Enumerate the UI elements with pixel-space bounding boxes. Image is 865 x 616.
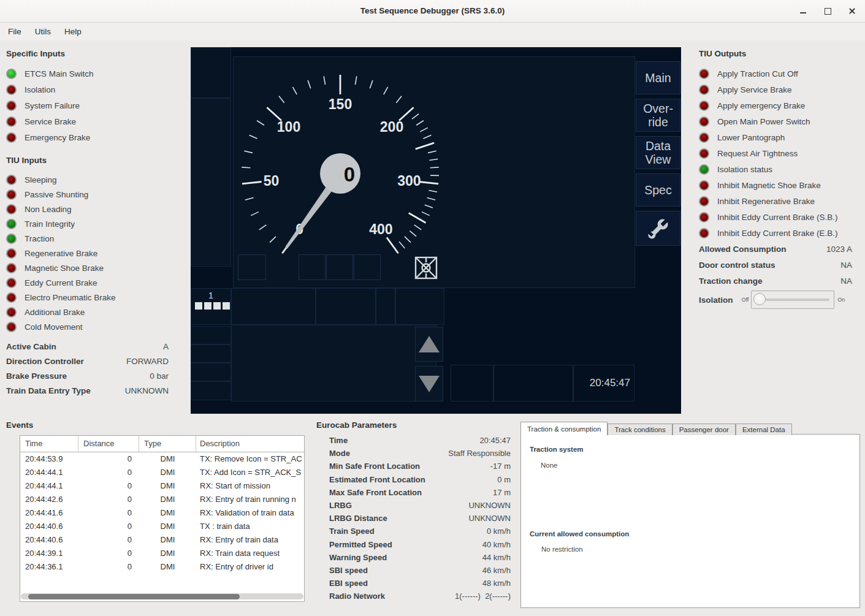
svg-text:150: 150	[329, 96, 352, 112]
isolation-off-label: Off	[742, 297, 749, 303]
dmi-button-spec[interactable]: Spec	[636, 173, 680, 207]
tab-traction-consumption[interactable]: Traction & consumption	[520, 422, 608, 435]
event-row[interactable]: 20:44:41.60DMIRX: Validation of train da…	[20, 506, 304, 520]
led-indicator	[699, 228, 709, 238]
scroll-up-button[interactable]	[415, 327, 443, 362]
maximize-button[interactable]	[823, 7, 832, 15]
led-indicator[interactable]	[6, 116, 17, 127]
minimize-button[interactable]	[799, 7, 807, 15]
menu-utils[interactable]: Utils	[28, 23, 58, 40]
led-indicator[interactable]	[6, 248, 17, 259]
dmi-button-data-view[interactable]: Data View	[636, 136, 680, 169]
led-indicator[interactable]	[6, 234, 17, 244]
field-value: UNKNOWN	[468, 501, 511, 510]
field-time: Time20:45:47	[329, 434, 511, 447]
field-value: 48 km/h	[482, 579, 511, 588]
svg-text:100: 100	[277, 119, 300, 135]
traction-system-heading: Traction system	[530, 446, 584, 453]
led-indicator[interactable]	[6, 292, 17, 303]
dmi-cell	[231, 288, 316, 325]
led-label: Isolation	[25, 85, 55, 94]
led-indicator[interactable]	[6, 204, 17, 215]
field-value: 20:45:47	[479, 436, 511, 445]
led-label: Isolation status	[717, 165, 772, 174]
dmi-cell	[299, 254, 326, 280]
led-indicator[interactable]	[6, 132, 17, 143]
dmi-cell	[191, 344, 231, 363]
tab-external-data[interactable]: External Data	[736, 424, 792, 435]
field-max-safe-front-location: Max Safe Front Location17 m	[329, 486, 511, 499]
dmi-button-over-ride[interactable]: Over- ride	[636, 99, 680, 132]
events-column-distance[interactable]: Distance	[78, 436, 139, 452]
event-cell: 0	[78, 520, 139, 533]
led-item-passive-shunting: Passive Shunting	[6, 187, 184, 202]
event-row[interactable]: 20:44:39.10DMIRX: Train data request	[20, 547, 304, 560]
event-row[interactable]: 20:44:40.60DMITX : train data	[20, 520, 304, 533]
led-indicator[interactable]	[6, 322, 17, 332]
led-item-inhibit-regenerative-brake: Inhibit Regenerative Brake	[699, 193, 852, 209]
menu-file[interactable]: File	[1, 23, 28, 40]
event-row[interactable]: 20:44:44.10DMITX: Add Icon = STR_ACK_S	[20, 466, 304, 479]
menu-help[interactable]: Help	[58, 23, 88, 40]
led-indicator[interactable]	[6, 219, 17, 229]
led-item-cold-movement: Cold Movement	[6, 319, 184, 334]
event-cell: RX: Train data request	[196, 547, 304, 560]
event-cell: RX: Entry of driver id	[196, 560, 304, 574]
events-column-description[interactable]: Description	[196, 436, 304, 452]
tab-passenger-door[interactable]: Passenger door	[673, 424, 736, 435]
field-warning-speed: Warning Speed44 km/h	[329, 551, 511, 564]
events-column-type[interactable]: Type	[139, 436, 196, 452]
events-table[interactable]: TimeDistanceTypeDescription 20:44:53.90D…	[20, 435, 305, 602]
events-scrollbar-thumb[interactable]	[28, 594, 240, 599]
field-brake-pressure: Brake Pressure0 bar	[6, 368, 169, 383]
field-value: UNKNOWN	[468, 514, 511, 523]
led-indicator[interactable]	[6, 263, 17, 273]
field-label: LRBG Distance	[329, 514, 387, 523]
event-cell: DMI	[139, 506, 196, 520]
event-row[interactable]: 20:44:40.60DMIRX: Entry of train data	[20, 533, 304, 547]
led-indicator[interactable]	[6, 307, 17, 318]
tab-track-conditions[interactable]: Track conditions	[608, 424, 672, 435]
field-train-speed: Train Speed0 km/h	[329, 525, 511, 538]
event-row[interactable]: 20:44:36.10DMIRX: Entry of driver id	[20, 560, 304, 574]
field-active-cabin: Active CabinA	[6, 339, 169, 354]
field-label: LRBG	[329, 501, 352, 510]
dmi-cell	[354, 254, 381, 280]
isolation-slider-thumb[interactable]	[753, 293, 766, 305]
close-button[interactable]	[848, 7, 856, 15]
wrench-icon	[645, 215, 672, 242]
event-cell: RX: Validation of train data	[196, 506, 304, 520]
svg-text:300: 300	[397, 173, 421, 189]
event-cell: 20:44:40.6	[20, 533, 78, 547]
dmi-cell	[395, 288, 444, 325]
dmi-cell	[316, 288, 376, 325]
isolation-slider[interactable]	[751, 291, 834, 309]
field-label: Radio Network	[329, 591, 385, 601]
dmi-settings-button[interactable]	[636, 211, 680, 246]
event-row[interactable]: 20:44:53.90DMITX: Remove Icon = STR_AC	[20, 452, 304, 466]
led-indicator[interactable]	[6, 278, 17, 288]
event-row[interactable]: 20:44:42.60DMIRX: Entry of train running…	[20, 493, 304, 506]
led-indicator[interactable]	[6, 189, 17, 200]
led-indicator[interactable]	[6, 175, 17, 185]
dmi-button-main[interactable]: Main	[636, 61, 680, 94]
field-lrbg: LRBGUNKNOWN	[329, 499, 511, 512]
speedometer: 0501001502003004000	[234, 57, 634, 287]
isolation-slider-track	[759, 298, 829, 301]
field-value: NA	[840, 276, 852, 286]
led-item-sleeping: Sleeping	[6, 172, 184, 187]
event-cell: TX: Add Icon = STR_ACK_S	[196, 466, 304, 479]
field-min-safe-front-location: Min Safe Front Location-17 m	[329, 460, 511, 473]
led-indicator[interactable]	[6, 85, 17, 95]
led-item-inhibit-eddy-current-brake-s-b-: Inhibit Eddy Current Brake (S.B.)	[699, 209, 852, 225]
led-item-system-failure: System Failure	[6, 97, 184, 113]
close-icon	[848, 7, 856, 15]
event-row[interactable]: 20:44:44.10DMIRX: Start of mission	[20, 479, 304, 493]
events-horizontal-scrollbar[interactable]	[21, 593, 303, 599]
led-indicator[interactable]	[6, 69, 17, 79]
events-column-time[interactable]: Time	[20, 436, 78, 452]
svg-text:200: 200	[380, 119, 403, 135]
led-indicator[interactable]	[6, 101, 17, 111]
scroll-down-button[interactable]	[415, 366, 443, 401]
field-label: Direction Controller	[6, 357, 84, 366]
